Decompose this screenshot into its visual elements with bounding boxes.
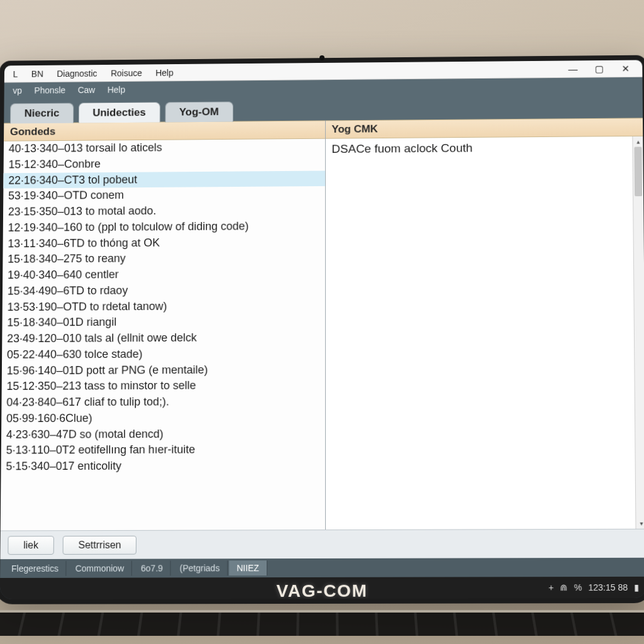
list-item[interactable]: 22·16·340–CT3 tol pobeut [3,170,325,189]
window-controls: — ▢ ✕ [561,62,640,76]
scroll-up-icon[interactable]: ▴ [633,136,643,147]
right-pane-header: Yog CMK [326,118,643,138]
list-item[interactable]: 19·40·340–640 centler [3,265,325,283]
menu1-item-3[interactable]: Roisuce [104,67,148,79]
status-tab-3[interactable]: (Petgriads [172,560,228,575]
list-item[interactable]: 4·23·630–47D so (motal dencd) [1,426,325,443]
menu1-item-1[interactable]: BN [25,67,50,80]
list-item[interactable]: 23·49·120–010 tals al (ellnit owe delck [2,330,325,347]
menu1-item-4[interactable]: Help [149,66,179,79]
list-item[interactable]: 05·99·160·6Clue) [1,409,325,427]
left-pane-header: Gondeds [4,120,325,141]
menu1-item-0[interactable]: L [7,68,24,80]
window-minimize-button[interactable]: — [561,62,585,76]
list-item[interactable]: 5·15·340–017 enticolity [1,458,325,475]
code-list[interactable]: 40·13·340–013 torsail lo aticels15·12·34… [1,139,325,531]
tray-percent-icon[interactable]: % [574,582,582,592]
list-item[interactable]: 15·12·340–Conbre [4,155,325,173]
tab-niecric[interactable]: Niecric [10,103,74,124]
list-item[interactable]: 04·23·840–617 cliaf to tulip tod;). [1,394,325,411]
window-maximize-button[interactable]: ▢ [587,62,611,75]
menu1-item-2[interactable]: Diagnostic [51,67,104,79]
laptop-camera [319,55,325,60]
scroll-thumb[interactable] [634,147,642,196]
laptop-keyboard [0,610,644,636]
list-item[interactable]: 13·11·340–6TD to thóng at OK [3,234,325,252]
scroll-down-icon[interactable]: ▾ [636,518,644,529]
list-item[interactable]: 5·13·110–0T2 eotifellıng fan hıer-ituite [1,441,325,458]
status-tab-1[interactable]: Commoniow [68,561,132,576]
footer-button-1[interactable]: Settrrisen [63,535,137,554]
status-tab-4[interactable]: NIIEZ [229,560,267,575]
tray-clock[interactable]: 123:15 88 [588,582,628,592]
tray-user-icon[interactable]: ▮ [634,582,639,592]
laptop-screen: LBNDiagnosticRoisuceHelp — ▢ ✕ vpPhonsle… [0,55,644,604]
footer-button-0[interactable]: liek [8,536,54,555]
app-window: LBNDiagnosticRoisuceHelp — ▢ ✕ vpPhonsle… [0,60,644,599]
menu2-item-2[interactable]: Caw [72,84,101,96]
list-item[interactable]: 15·18·340–01D riangil [2,313,325,331]
menu2-item-3[interactable]: Help [101,84,131,96]
status-tab-0[interactable]: Flegerestics [4,561,67,576]
footer-button-bar: liekSettrrisen [0,529,644,559]
list-item[interactable]: 05·22·440–630 tolce stade) [2,345,325,363]
tab-unidecties[interactable]: Unidecties [79,102,160,123]
os-taskbar: + ⋒ % 123:15 88 ▮ [0,577,644,599]
tray-wifi-icon[interactable]: ⋒ [560,582,568,592]
status-tab-2[interactable]: 6o7.9 [133,561,171,576]
list-item[interactable]: 15·34·490–6TD to rdaoy [3,282,325,299]
window-close-button[interactable]: ✕ [613,62,637,75]
work-area: Gondeds 40·13·340–013 torsail lo aticels… [0,118,644,578]
list-item[interactable]: 13·53·190–OTD to rdetal tanow) [3,297,325,315]
list-item[interactable]: 23·15·350–013 to motal aodo. [3,202,325,220]
menu2-item-1[interactable]: Phonsle [28,84,72,97]
tray-plus-icon[interactable]: + [548,582,553,592]
detail-text: DSACe fuom aclock Couth [326,136,644,530]
left-pane: Gondeds 40·13·340–013 torsail lo aticels… [1,120,325,530]
menu2-item-0[interactable]: vp [7,84,28,97]
status-tab-bar: FlegeresticsCommoniow6o7.9(PetgriadsNIIE… [0,558,644,578]
list-item[interactable]: 15·12·350–213 tass to minstor to selle [2,377,325,395]
tab-yog-om[interactable]: Yog-OM [165,101,233,122]
list-item[interactable]: 15·96·140–01D pott ar PNG (e mentaile) [2,362,325,379]
list-item[interactable]: 15·18·340–275 to reany [3,250,325,267]
right-pane: Yog CMK DSACe fuom aclock Couth ▴ ▾ [325,118,644,530]
list-item[interactable]: 40·13·340–013 torsail lo aticels [4,139,325,157]
list-item[interactable]: 12·19·340–160 to (ppl to tolculow of did… [3,218,325,236]
system-tray: + ⋒ % 123:15 88 ▮ [548,582,639,592]
list-item[interactable]: 53·19·340–OTD conem [3,186,325,204]
